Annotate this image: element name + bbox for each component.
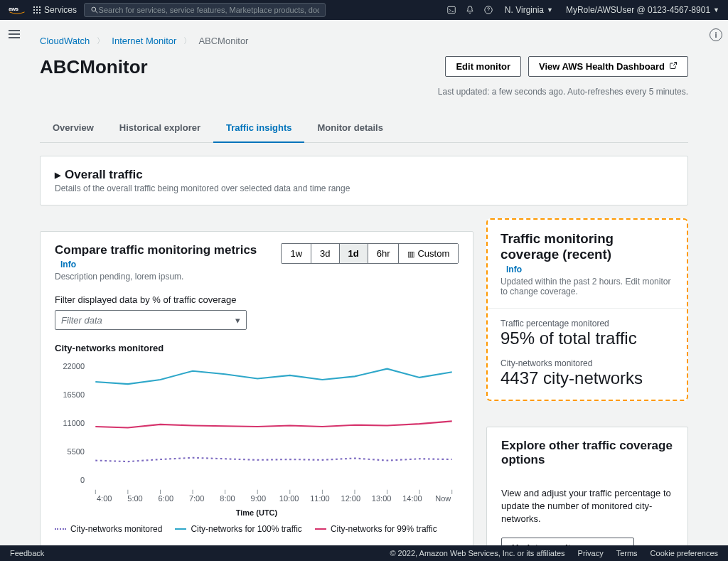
compare-range-toggle: 1w 3d 1d 6hr ▥Custom [281,243,459,264]
hamburger-icon [9,30,20,38]
compare-metrics-panel: Compare traffic monitoring metrics Info … [40,231,473,561]
footer-terms[interactable]: Terms [616,549,638,557]
top-nav: aws Services N. Virginia▼ MyRole/AWSUser… [0,0,728,20]
footer: Feedback © 2022, Amazon Web Services, In… [0,545,728,561]
external-link-icon [669,61,678,72]
coverage-title: Traffic monitoring coverage (recent) [500,231,674,262]
svg-rect-3 [448,6,456,13]
copyright: © 2022, Amazon Web Services, Inc. or its… [390,549,564,557]
coverage-sub: Updated within the past 2 hours. Edit mo… [500,277,674,296]
top-search-input[interactable] [99,6,319,14]
chevron-right-icon: 〉 [97,36,105,46]
legend-swatch [175,528,186,530]
caret-down-icon: ▼ [547,6,553,14]
footer-privacy[interactable]: Privacy [578,549,604,557]
services-label: Services [44,5,77,15]
chart-plot-area [89,359,459,494]
overall-traffic-panel: ▶ Overall traffic Details of the overall… [40,156,688,205]
coverage-pct-value: 95% of total traffic [500,328,674,348]
svg-text:aws: aws [9,6,18,12]
range-6hr[interactable]: 6hr [368,244,399,263]
explore-desc: View and adjust your traffic percentage … [501,487,673,526]
last-updated-text: Last updated: a few seconds ago. Auto-re… [438,87,688,97]
filter-select[interactable]: Filter data ▾ [55,310,247,330]
explore-panel: Explore other traffic coverage options V… [486,427,688,561]
legend-swatch [315,528,326,530]
calendar-icon: ▥ [407,250,414,258]
page-title: ABCMonitor [40,56,148,78]
coverage-info-link[interactable]: Info [506,265,522,274]
compare-title: Compare traffic monitoring metrics [55,243,257,257]
range-1d[interactable]: 1d [339,244,368,263]
aws-logo[interactable]: aws [9,5,26,15]
tab-overview[interactable]: Overview [40,114,107,143]
help-icon[interactable] [479,3,498,17]
coverage-net-value: 4437 city-networks [500,368,674,388]
chart: 22000 16500 11000 5500 0 [55,359,459,494]
range-custom[interactable]: ▥Custom [398,244,458,263]
chart-y-axis: 22000 16500 11000 5500 0 [55,359,89,494]
chart-title: City-networks monitored [55,343,459,353]
notifications-icon[interactable] [461,3,479,17]
tabs: Overview Historical explorer Traffic ins… [40,114,688,143]
overall-traffic-desc: Details of the overall traffic being mon… [55,183,673,193]
cloudshell-icon[interactable] [442,3,461,17]
services-menu-button[interactable]: Services [33,5,77,15]
breadcrumb-root[interactable]: CloudWatch [40,36,90,46]
caret-right-icon: ▶ [55,171,60,180]
chevron-right-icon: 〉 [183,36,191,46]
chart-x-axis: 4:005:00 6:007:00 8:009:00 10:0011:00 12… [89,494,459,503]
edit-monitor-button[interactable]: Edit monitor [445,56,521,77]
grid-icon [33,6,41,14]
breadcrumb-mid[interactable]: Internet Monitor [112,36,176,46]
top-search[interactable] [84,3,326,17]
svg-line-2 [95,11,97,13]
chevron-down-icon: ▾ [235,315,240,326]
breadcrumb: CloudWatch 〉 Internet Monitor 〉 ABCMonit… [40,28,688,56]
coverage-pct-label: Traffic percentage monitored [500,319,674,328]
tab-traffic-insights[interactable]: Traffic insights [213,114,304,143]
legend-swatch [55,528,66,530]
breadcrumb-leaf: ABCMonitor [198,36,248,46]
search-icon [90,6,99,14]
info-drawer-toggle[interactable]: i [710,28,722,41]
tab-monitor-details[interactable]: Monitor details [304,114,395,143]
compare-info-link[interactable]: Info [60,260,76,269]
caret-down-icon: ▼ [713,6,719,14]
footer-cookies[interactable]: Cookie preferences [651,549,718,557]
tab-historical-explorer[interactable]: Historical explorer [107,114,213,143]
chart-x-label: Time (UTC) [55,508,459,517]
explore-title: Explore other traffic coverage options [501,439,673,467]
compare-desc: Description pending, lorem ipsum. [55,272,281,282]
view-health-dashboard-button[interactable]: View AWS Health Dashboard [528,56,688,77]
overall-traffic-toggle[interactable]: ▶ Overall traffic [55,168,673,182]
sidebar-toggle[interactable] [6,27,23,41]
region-selector[interactable]: N. Virginia▼ [505,5,553,15]
filter-label: Filter displayed data by % of traffic co… [55,294,237,305]
account-menu[interactable]: MyRole/AWSUser @ 0123-4567-8901▼ [566,5,719,15]
coverage-panel: Traffic monitoring coverage (recent) Inf… [486,218,688,401]
coverage-net-label: City-networks monitored [500,358,674,368]
svg-point-1 [92,7,96,11]
feedback-link[interactable]: Feedback [10,549,44,557]
chart-legend: City-networks monitored City-networks fo… [55,524,459,534]
range-1w[interactable]: 1w [282,244,311,263]
range-3d[interactable]: 3d [311,244,338,263]
